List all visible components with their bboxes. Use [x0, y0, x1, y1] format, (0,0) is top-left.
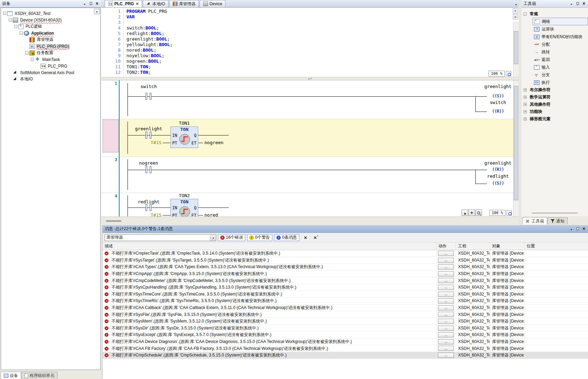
fb-instance-label[interactable]: TON2: [170, 193, 198, 199]
action-button[interactable]: ...: [438, 305, 454, 310]
action-button[interactable]: ...: [438, 278, 454, 283]
category-expander-icon[interactable]: +: [524, 110, 527, 113]
devices-pin-icon[interactable]: [88, 1, 94, 6]
category-expander-icon[interactable]: -: [524, 12, 527, 16]
action-button[interactable]: ...: [438, 292, 454, 297]
coil-label[interactable]: redlight: [477, 174, 519, 179]
action-button[interactable]: ...: [438, 319, 454, 324]
tab-overflow-icon[interactable]: [515, 2, 517, 7]
message-row[interactable]: ×不能打开库'#SysDir'.(原因:库 'SysDir, 3.5.15.0 …: [103, 325, 588, 332]
coil-R[interactable]: ((R)): [477, 167, 519, 172]
category-expander-icon[interactable]: +: [524, 96, 527, 99]
pt-value[interactable]: T#1S: [134, 212, 161, 217]
view-tab[interactable]: 程序组织单元: [21, 372, 58, 379]
toolbox-item-分配[interactable]: 分配: [533, 41, 588, 48]
toolbox-scroll-line[interactable]: [532, 213, 578, 213]
coil-S[interactable]: ((S)): [477, 93, 519, 98]
scrollbar-thumb[interactable]: [514, 86, 518, 200]
column-header-描述[interactable]: 描述: [103, 243, 436, 250]
action-button[interactable]: ...: [438, 264, 454, 270]
message-row[interactable]: ×不能打开库'#CmpIecTask'.(原因:库 'CmpIecTask, 3…: [103, 250, 588, 257]
action-button[interactable]: ...: [438, 339, 454, 344]
devices-dropdown-icon[interactable]: [82, 1, 87, 6]
tree-item[interactable]: SoftMotion General Axis Pool: [1, 69, 100, 76]
tree-expander-icon[interactable]: -: [9, 18, 12, 21]
message-row[interactable]: ×不能打开库'#CmpCodeMeter'.(原因:库 'CmpCodeMete…: [103, 277, 588, 284]
declaration-editor[interactable]: 1PROGRAM PLC_PRG2VAR34switch:BOOL;5redli…: [101, 8, 519, 77]
toolbox-item-分支[interactable]: 分支: [533, 71, 588, 79]
et-output-label[interactable]: nored: [204, 212, 256, 217]
coil-label[interactable]: greenlight: [477, 84, 519, 89]
action-button[interactable]: ...: [438, 298, 454, 303]
contact-label[interactable]: greenlight: [121, 126, 176, 132]
message-row[interactable]: ×不能打开库'#CAA FB Factory'.(原因:库 'CAA FB Fa…: [103, 345, 588, 352]
action-button[interactable]: ...: [438, 285, 454, 290]
column-header-动作[interactable]: 动作: [436, 243, 456, 250]
coil-label[interactable]: greenlight: [477, 160, 519, 166]
tree-dropdown-button[interactable]: [94, 9, 100, 14]
toolbox-category-布尔操作符[interactable]: +布尔操作符: [521, 86, 588, 94]
contact-symbol[interactable]: [150, 166, 151, 173]
tab-close-icon[interactable]: [134, 1, 139, 6]
editor-tab-PLC_PRG[interactable]: PLC_PRG: [105, 0, 142, 7]
tree-expander-icon[interactable]: -: [20, 32, 23, 35]
message-row[interactable]: ×不能打开库'#SysTimeCore'.(原因:库 'SysTimeCore,…: [103, 291, 588, 298]
message-row[interactable]: ×不能打开库'#CAA Types'.(原因:库 'CAA Types Exte…: [103, 264, 588, 271]
message-row[interactable]: ×不能打开库'#CAA Callback'.(原因:库 'CAA Callbac…: [103, 305, 588, 311]
messages-dropdown-icon[interactable]: [569, 227, 574, 231]
contact-symbol[interactable]: [146, 166, 147, 173]
tree-item[interactable]: 库管理器: [1, 36, 100, 43]
ladder-hscrollbar[interactable]: [101, 217, 519, 225]
scrollbar-thumb[interactable]: [514, 31, 518, 64]
toolbox-close-icon[interactable]: [581, 1, 587, 6]
toolbox-tab[interactable]: 工具箱: [522, 217, 547, 224]
tree-item[interactable]: -任务配置: [1, 50, 100, 56]
tree-item[interactable]: PLC_PRG: [1, 63, 100, 69]
contact-label[interactable]: switch: [121, 84, 176, 89]
column-header-对象[interactable]: 对象: [490, 243, 525, 250]
toolbox-category-数学运算符[interactable]: +数学运算符: [521, 94, 588, 101]
message-category-combobox[interactable]: 库管理器: [105, 234, 216, 241]
toolbox-item-执行[interactable]: 执行: [533, 79, 588, 86]
contact-symbol[interactable]: [146, 93, 147, 100]
view-tab[interactable]: 设备: [1, 372, 21, 379]
message-row[interactable]: ×不能打开库'#CAA Device Diagnosis'.(原因:库 'CAA…: [103, 338, 588, 345]
column-header-位置[interactable]: 位置: [525, 243, 588, 250]
infos-filter-button[interactable]: i 0条消息: [274, 234, 299, 241]
et-output-label[interactable]: nogreen: [204, 140, 256, 146]
message-row[interactable]: ×不能打开库'#CmpSchedule'.(原因:库 'CmpSchedule,…: [103, 352, 588, 359]
toolbox-dropdown-icon[interactable]: [569, 1, 574, 6]
category-expander-icon[interactable]: +: [524, 117, 527, 121]
tree-item[interactable]: 本地IO: [1, 76, 100, 82]
category-expander-icon[interactable]: +: [524, 103, 527, 106]
toolbox-category-其他操作符[interactable]: +其他操作符: [521, 101, 588, 108]
warnings-filter-button[interactable]: ! 0个警告: [247, 234, 272, 241]
network-1[interactable]: [120, 80, 513, 119]
toolbox-pin-icon[interactable]: [575, 1, 580, 6]
contact-symbol[interactable]: [146, 204, 147, 211]
tree-expander-icon[interactable]: -: [31, 58, 34, 61]
coil-R[interactable]: ((R)): [477, 108, 519, 114]
declaration-view-toggle-icon[interactable]: ≣: [513, 8, 518, 14]
editor-tab-本地IO[interactable]: 本地IO: [143, 0, 169, 7]
contact-symbol[interactable]: [150, 132, 151, 139]
contact-symbol[interactable]: [150, 93, 151, 100]
message-row[interactable]: ×不能打开库'#CmpApp'.(原因:库 'CmpApp, 3.5.15.0 …: [103, 271, 588, 277]
toolbox-item-跳转[interactable]: 跳转: [533, 48, 588, 56]
message-row[interactable]: ×不能打开库'#SysExcept'.(原因:库 'SysExcept, 3.5…: [103, 332, 588, 338]
select-cursor-button[interactable]: [462, 210, 468, 216]
tree-expander-icon[interactable]: -: [14, 25, 17, 28]
contact-symbol[interactable]: [146, 132, 147, 139]
coil-S[interactable]: ((S)): [477, 180, 519, 186]
message-row[interactable]: ×不能打开库'#SysCpuHandling'.(原因:库 'SysCpuHan…: [103, 284, 588, 291]
zoom-page-icon[interactable]: [507, 210, 512, 215]
editor-tab-Device[interactable]: Device: [200, 0, 226, 7]
message-row[interactable]: ×不能打开库'#SysTarget'.(原因:库 'SysTarget, 3.5…: [103, 257, 588, 264]
scrollbar-thumb[interactable]: [106, 220, 121, 222]
category-expander-icon[interactable]: +: [524, 88, 527, 91]
tree-item[interactable]: -Device (XSDH-60A32): [1, 17, 100, 23]
action-button[interactable]: ...: [438, 251, 454, 256]
declaration-zoom-value[interactable]: 100 %: [489, 71, 505, 77]
coil-label[interactable]: switch: [477, 100, 519, 105]
ladder-zoom-value[interactable]: 100 %: [489, 210, 506, 216]
